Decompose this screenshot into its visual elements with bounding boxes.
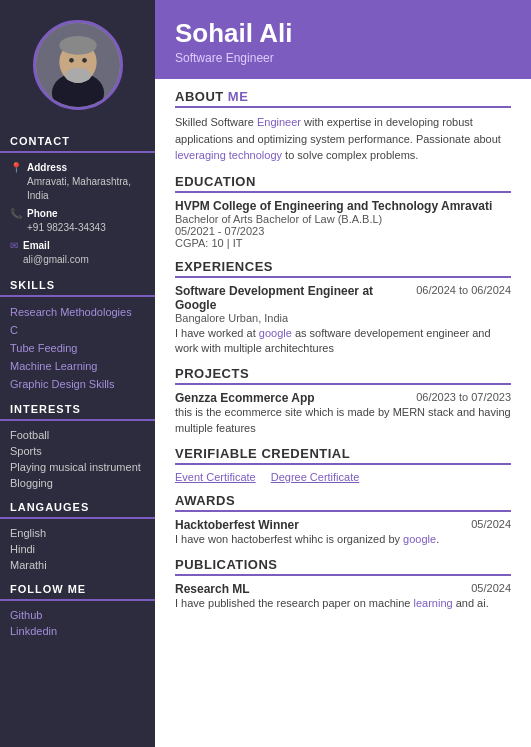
location-icon: 📍 — [10, 162, 22, 173]
edu-institution: HVPM College of Engineering and Technolo… — [175, 199, 511, 213]
degree-certificate-link[interactable]: Degree Certificate — [271, 471, 360, 483]
svg-point-7 — [69, 58, 74, 63]
project-item: Genzza Ecommerce App 06/2023 to 07/2023 … — [175, 391, 511, 436]
skill-item: Research Methodologies — [0, 303, 155, 321]
pub-title: Research ML — [175, 582, 250, 596]
svg-point-6 — [64, 68, 90, 83]
about-text: Skilled Software Engineer with expertise… — [175, 114, 511, 164]
award-title: Hacktoberfest Winner — [175, 518, 299, 532]
exp-location: Bangalore Urban, India — [175, 312, 511, 324]
experiences-section: EXPERIENCES Software Development Enginee… — [175, 259, 511, 357]
skill-item: Graphic Design Skills — [0, 375, 155, 393]
projects-title: PROJECTS — [175, 366, 511, 385]
about-title: ABOUT ME — [175, 89, 511, 108]
pub-date: 05/2024 — [471, 582, 511, 596]
awards-title: AWARDS — [175, 493, 511, 512]
language-item: Marathi — [0, 557, 155, 573]
address-item: 📍 Address Amravati, Maharashtra, India — [0, 159, 155, 205]
about-section: ABOUT ME Skilled Software Engineer with … — [175, 89, 511, 164]
svg-point-8 — [82, 58, 87, 63]
main-content: Sohail Ali Software Engineer ABOUT ME Sk… — [155, 0, 531, 747]
profile-title: Software Engineer — [175, 51, 511, 65]
skills-title: SKILLS — [0, 269, 155, 297]
skill-item: Machine Learning — [0, 357, 155, 375]
publications-title: PUBLICATIONS — [175, 557, 511, 576]
award-date: 05/2024 — [471, 518, 511, 532]
event-certificate-link[interactable]: Event Certificate — [175, 471, 256, 483]
address-label: Address — [27, 161, 145, 175]
interests-title: INTERESTS — [0, 393, 155, 421]
follow-title: FOLLOW ME — [0, 573, 155, 601]
projects-section: PROJECTS Genzza Ecommerce App 06/2023 to… — [175, 366, 511, 436]
avatar — [33, 20, 123, 110]
skill-item: C — [0, 321, 155, 339]
email-item: ✉ Email ali@gmail.com — [0, 237, 155, 269]
follow-github[interactable]: Github — [0, 607, 155, 623]
interest-item: Playing musical instrument — [0, 459, 155, 475]
about-title-highlight: ME — [228, 89, 249, 104]
profile-name: Sohail Ali — [175, 18, 511, 49]
phone-item: 📞 Phone +91 98234-34343 — [0, 205, 155, 237]
edu-date: 05/2021 - 07/2023 — [175, 225, 511, 237]
awards-section: AWARDS Hacktoberfest Winner 05/2024 I ha… — [175, 493, 511, 547]
sidebar: CONTACT 📍 Address Amravati, Maharashtra,… — [0, 0, 155, 747]
email-icon: ✉ — [10, 240, 18, 251]
edu-cgpa: CGPA: 10 | IT — [175, 237, 511, 249]
svg-point-5 — [59, 36, 96, 55]
address-value: Amravati, Maharashtra, India — [27, 175, 145, 203]
phone-label: Phone — [27, 207, 106, 221]
project-date: 06/2023 to 07/2023 — [416, 391, 511, 405]
phone-icon: 📞 — [10, 208, 22, 219]
award-desc: I have won hactoberfest whihc is organiz… — [175, 532, 511, 547]
award-item: Hacktoberfest Winner 05/2024 I have won … — [175, 518, 511, 547]
project-title: Genzza Ecommerce App — [175, 391, 315, 405]
exp-desc: I have worked at google as software deve… — [175, 326, 511, 357]
language-item: Hindi — [0, 541, 155, 557]
credential-links: Event Certificate Degree Certificate — [175, 471, 511, 483]
email-label: Email — [23, 239, 89, 253]
publication-item: Research ML 05/2024 I have published the… — [175, 582, 511, 611]
interest-item: Sports — [0, 443, 155, 459]
project-desc: this is the ecommerce site which is made… — [175, 405, 511, 436]
interest-item: Blogging — [0, 475, 155, 491]
education-title: EDUCATION — [175, 174, 511, 193]
exp-title: Software Development Engineer at Google — [175, 284, 416, 312]
profile-header: Sohail Ali Software Engineer — [155, 0, 531, 79]
language-item: English — [0, 525, 155, 541]
skill-item: Tube Feeding — [0, 339, 155, 357]
phone-value: +91 98234-34343 — [27, 221, 106, 235]
avatar-image — [36, 20, 120, 110]
experience-item: Software Development Engineer at Google … — [175, 284, 511, 357]
contact-title: CONTACT — [0, 125, 155, 153]
credential-section: VERIFIABLE CREDENTIAL Event Certificate … — [175, 446, 511, 483]
experiences-title: EXPERIENCES — [175, 259, 511, 278]
credential-title: VERIFIABLE CREDENTIAL — [175, 446, 511, 465]
languages-title: LANGAUGES — [0, 491, 155, 519]
exp-date: 06/2024 to 06/2024 — [416, 284, 511, 296]
follow-linkedin[interactable]: Linkdedin — [0, 623, 155, 639]
pub-desc: I have published the research paper on m… — [175, 596, 511, 611]
avatar-container — [0, 0, 155, 125]
interest-item: Football — [0, 427, 155, 443]
edu-degree: Bachelor of Arts Bachelor of Law (B.A.B.… — [175, 213, 511, 225]
email-value: ali@gmail.com — [23, 253, 89, 267]
publications-section: PUBLICATIONS Research ML 05/2024 I have … — [175, 557, 511, 611]
education-section: EDUCATION HVPM College of Engineering an… — [175, 174, 511, 249]
